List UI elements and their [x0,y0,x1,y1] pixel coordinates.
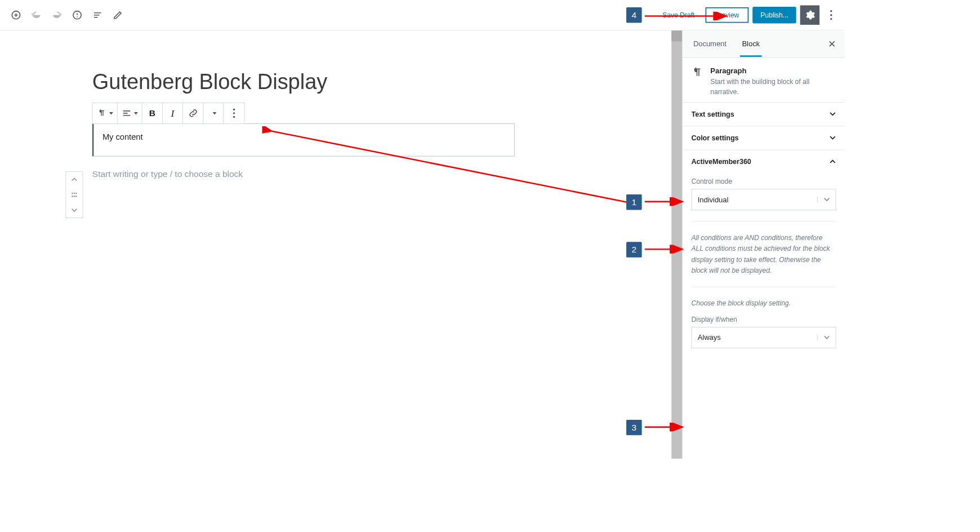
panel-color-settings-label: Color settings [691,134,738,142]
publish-button[interactable]: Publish... [752,7,796,23]
svg-point-5 [77,16,78,17]
tab-document[interactable]: Document [691,32,728,57]
settings-gear-button[interactable] [800,5,819,24]
close-sidebar-button[interactable]: ✕ [828,38,836,50]
block-type-button[interactable] [93,103,118,123]
chevron-down-icon [829,135,836,141]
svg-point-16 [74,196,75,197]
panel-activemember360-label: ActiveMember360 [691,158,751,166]
svg-point-23 [233,116,235,118]
align-button[interactable] [118,103,142,123]
svg-point-11 [830,18,832,20]
italic-button[interactable]: I [163,103,183,123]
annotation-badge-3: 3 [626,420,642,436]
display-value: Always [692,334,817,342]
drag-handle[interactable] [66,187,82,202]
annotation-badge-2: 2 [626,242,642,258]
svg-point-10 [830,14,832,16]
control-mode-label: Control mode [691,178,836,185]
annotation-badge-4: 4 [626,7,642,23]
block-description: Start with the building block of all nar… [710,77,836,97]
edit-button[interactable] [108,5,128,25]
chevron-up-icon [829,158,836,165]
chevron-down-icon [817,335,836,340]
settings-sidebar: Document Block ✕ Paragraph Start with th… [682,30,845,458]
preview-button[interactable]: Preview [705,7,749,23]
display-select[interactable]: Always [691,327,836,348]
save-draft-button[interactable]: Save Draft [656,7,701,23]
svg-point-21 [233,109,235,110]
control-mode-select[interactable]: Individual [691,189,836,210]
add-block-button[interactable] [6,5,26,25]
move-down-button[interactable] [66,202,82,218]
svg-point-12 [72,193,73,194]
conditions-note: All conditions are AND conditions, there… [691,232,836,276]
canvas-scrollbar[interactable] [671,30,682,458]
panel-text-settings-label: Text settings [691,110,734,118]
block-more-button[interactable] [224,103,244,123]
page-title[interactable]: Gutenberg Block Display [92,69,515,94]
more-options-button[interactable] [823,5,839,24]
block-navigation-button[interactable] [87,5,108,25]
control-mode-value: Individual [692,196,817,204]
align-icon [122,108,132,118]
bold-button[interactable]: B [142,103,163,123]
panel-activemember360[interactable]: ActiveMember360 [683,149,845,173]
paragraph-icon [97,108,108,118]
tab-block[interactable]: Block [740,32,762,57]
gear-icon [804,10,815,20]
svg-point-17 [75,196,77,197]
undo-button[interactable] [26,5,47,25]
block-name: Paragraph [710,66,836,75]
panel-text-settings[interactable]: Text settings [683,102,845,126]
paragraph-icon [691,66,703,79]
link-button[interactable] [183,103,203,123]
paragraph-block[interactable]: My content [92,123,515,157]
more-richtext-button[interactable] [203,103,224,123]
chevron-down-icon [829,111,836,118]
choose-display-note: Choose the block display setting. [691,298,836,308]
annotation-badge-1: 1 [626,194,642,210]
svg-point-15 [72,196,73,197]
redo-button[interactable] [47,5,67,25]
content-structure-button[interactable] [67,5,87,25]
block-appender[interactable]: Start writing or type / to choose a bloc… [92,169,515,179]
block-toolbar: B I [92,103,245,124]
display-label: Display if/when [691,315,836,323]
block-mover [65,171,83,218]
svg-point-13 [74,193,75,194]
svg-point-14 [75,193,77,194]
link-icon [188,108,198,118]
move-up-button[interactable] [66,172,82,187]
panel-color-settings[interactable]: Color settings [683,126,845,149]
chevron-down-icon [817,197,836,202]
svg-point-9 [830,10,832,12]
svg-point-22 [233,112,235,114]
